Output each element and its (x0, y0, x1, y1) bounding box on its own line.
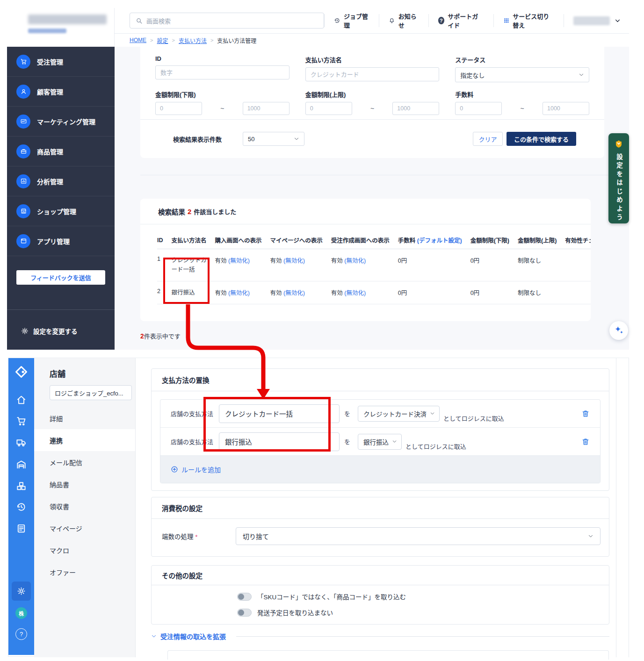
stock-boxes-icon[interactable] (16, 481, 27, 491)
store-menu-delivery-note[interactable]: 納品書 (34, 473, 135, 495)
status-label: ステータス (455, 55, 589, 64)
sku-code-toggle[interactable] (237, 593, 252, 601)
menu-item-job-management[interactable]: ジョブ管理 (324, 14, 379, 27)
home-icon[interactable] (16, 395, 27, 405)
sidebar-item-analytics-management[interactable]: 分析管理 (7, 166, 115, 196)
sidebar-item-product-management[interactable]: 商品管理 (7, 137, 115, 166)
sidebar-item-order-management[interactable]: 受注管理 (7, 47, 115, 77)
breadcrumb-link-settings[interactable]: 設定 (157, 36, 168, 44)
search-with-conditions-button[interactable]: この条件で検索する (507, 132, 576, 146)
breadcrumb-link-home[interactable]: HOME (130, 37, 146, 43)
disable-link[interactable]: (無効化) (283, 290, 305, 296)
limit-lower-min-input[interactable] (155, 102, 202, 115)
payment-name-input[interactable] (305, 67, 440, 81)
store-menu-offer[interactable]: オファー (34, 561, 135, 583)
per-page-label: 検索結果表示件数 (173, 135, 222, 144)
marketing-icon (20, 118, 27, 125)
disable-link[interactable]: (無効化) (283, 258, 305, 264)
per-page-select[interactable]: 50 (243, 132, 304, 146)
store-payment-input[interactable] (219, 404, 340, 423)
help-circle-icon[interactable]: ? (15, 628, 27, 640)
store-menu-mail-delivery[interactable]: メール配信 (34, 451, 135, 473)
trash-icon[interactable] (581, 410, 590, 418)
expand-order-import-section[interactable]: 受注情報の取込を拡張 (151, 632, 609, 641)
disable-link[interactable]: (無効化) (228, 290, 250, 296)
ai-assistant-button[interactable]: ✦ ✦ (609, 321, 628, 340)
sidebar-item-shop-management[interactable]: ショップ管理 (7, 196, 115, 226)
disable-link[interactable]: (無効化) (228, 258, 250, 264)
breadcrumb-separator: > (150, 37, 153, 43)
menu-item-service-switch[interactable]: サービス切り替え (493, 14, 564, 27)
chevron-down-icon (615, 18, 621, 24)
payment-name-cell: クレジットカード一括 (172, 249, 215, 281)
menu-item-notifications[interactable]: お知らせ (379, 14, 428, 27)
fee-max-input[interactable] (543, 102, 589, 115)
toggle-knob (238, 610, 244, 616)
store-menu-detail[interactable]: 詳細 (34, 407, 135, 429)
trash-icon[interactable] (581, 438, 590, 446)
product-icon (20, 148, 27, 155)
col-order-create-display: 受注作成画面への表示 (331, 224, 398, 249)
replacement-rule-row: 店舗の支払方法 を クレジットカード決済 としてロジレスに取込 (160, 400, 600, 428)
id-input[interactable] (155, 65, 289, 79)
logiless-payment-select[interactable]: クレジットカード決済 (358, 406, 440, 422)
logiless-payment-select[interactable]: 銀行振込 (358, 434, 402, 450)
store-payment-input[interactable] (219, 432, 340, 451)
blurred-company-name (28, 14, 107, 24)
change-settings-link[interactable]: 設定を変更する (21, 326, 78, 336)
chevron-down-icon (588, 533, 593, 539)
fee-min-input[interactable] (455, 102, 502, 115)
history-clock-icon[interactable] (16, 502, 27, 512)
grid-icon (503, 17, 510, 24)
shipping-date-toggle[interactable] (237, 609, 252, 617)
store-menu-mypage[interactable]: マイページ (34, 517, 135, 539)
showing-count-text: 2件表示中です (140, 331, 181, 340)
limit-upper-min-input[interactable] (305, 102, 352, 115)
limit-upper-max-input[interactable] (392, 102, 439, 115)
range-tilde: ~ (370, 105, 374, 112)
consumption-tax-title: 消費税の設定 (152, 497, 609, 519)
replacement-rule-row: 店舗の支払方法 を 銀行振込 としてロジレスに取込 (160, 428, 600, 456)
limit-lower-max-input[interactable] (243, 102, 289, 115)
send-feedback-button[interactable]: フィードバックを送信 (16, 270, 105, 285)
truck-icon[interactable] (16, 437, 27, 448)
add-rule-button[interactable]: ルールを追加 (160, 456, 600, 483)
setup-guide-tab[interactable]: 設定をはじめよう (608, 133, 629, 223)
warehouse-icon[interactable] (16, 459, 27, 470)
user-menu[interactable] (564, 14, 629, 27)
rounding-select[interactable]: 切り捨て (236, 527, 601, 545)
status-select[interactable]: 指定なし (455, 67, 589, 82)
sidebar-item-marketing-management[interactable]: マーケティング管理 (7, 107, 115, 137)
toggle-knob (238, 594, 244, 600)
store-menu-macro[interactable]: マクロ (34, 539, 135, 561)
limit-upper-label: 金額制限(上限) (305, 90, 440, 99)
cart-icon[interactable] (16, 416, 27, 426)
company-badge-icon[interactable]: 株 (15, 607, 27, 619)
col-validity-check: 有効性チェック (565, 224, 591, 249)
filter-footer: 検索結果表示件数 50 クリア この条件で検索する (140, 119, 604, 158)
fee-default-settings-link[interactable]: (デフォルト設定) (417, 237, 462, 244)
disable-link[interactable]: (無効化) (344, 258, 366, 264)
shop-selector[interactable]: ロジごまショップ_ecfo... (50, 385, 132, 400)
store-menu-integration[interactable]: 連携 (34, 429, 135, 451)
limit-lower-label: 金額制限(下限) (155, 90, 289, 99)
sidebar-item-customer-management[interactable]: 顧客管理 (7, 77, 115, 107)
disable-link[interactable]: (無効化) (344, 290, 366, 296)
store-menu: 詳細 連携 メール配信 納品書 領収書 マイページ マクロ オファー (34, 407, 135, 583)
search-placeholder: 画面検索 (146, 16, 171, 25)
shipping-date-toggle-label: 発送予定日を取り込まない (257, 608, 333, 617)
store-menu-receipt[interactable]: 領収書 (34, 495, 135, 517)
app-icon (20, 237, 27, 244)
sidebar-item-app-management[interactable]: アプリ管理 (7, 226, 115, 256)
payment-replacement-card: 支払方法の置換 店舗の支払方法 を クレジットカード決済 としてロジレスに取込 (151, 368, 609, 491)
breadcrumb: HOME > 設定 > 支払い方法 > 支払い方法管理 (115, 34, 629, 47)
blurred-user-name (573, 16, 610, 25)
breadcrumb-link-payment-method[interactable]: 支払い方法 (179, 36, 207, 44)
list-report-icon[interactable] (16, 523, 27, 534)
menu-item-support-guide[interactable]: ? サポートガイド (428, 14, 493, 27)
settings-rail-item[interactable] (12, 582, 31, 601)
table-row: 2 銀行振込 有効 (無効化) 有効 (無効化) 有効 (無効化) 0円 0円 … (157, 281, 591, 304)
store-integration-settings-screenshot: 株 ? 店舗 ロジごまショップ_ecfo... 詳細 連携 メール配信 納品書 … (8, 358, 629, 657)
screen-search-input[interactable]: 画面検索 (130, 13, 324, 29)
clear-button[interactable]: クリア (473, 132, 503, 146)
